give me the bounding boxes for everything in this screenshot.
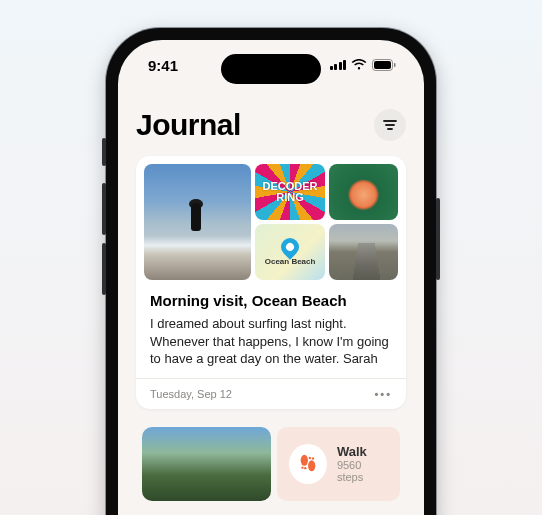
- svg-point-4: [308, 460, 315, 471]
- entry-photo-shell[interactable]: [329, 164, 398, 220]
- svg-point-3: [301, 454, 308, 465]
- svg-point-8: [312, 457, 314, 459]
- entry-text: I dreamed about surfing last night. When…: [150, 315, 392, 368]
- podcast-title: DECODER RING: [255, 181, 324, 203]
- entry-media-collage: DECODER RING Ocean Beach: [136, 156, 406, 280]
- activity-detail: 9560 steps: [337, 459, 388, 483]
- activity-text: Walk 9560 steps: [337, 444, 388, 483]
- page-title: Journal: [136, 108, 241, 142]
- entry-photo[interactable]: [142, 427, 271, 501]
- svg-rect-2: [394, 63, 396, 67]
- entry-body: Morning visit, Ocean Beach I dreamed abo…: [136, 280, 406, 378]
- entry-podcast-tile[interactable]: DECODER RING: [255, 164, 324, 220]
- journal-entry-card[interactable]: DECODER RING Ocean Beach Morning visit, …: [136, 156, 406, 409]
- filter-button[interactable]: [374, 109, 406, 141]
- entry-activity-tile[interactable]: Walk 9560 steps: [277, 427, 400, 501]
- filter-icon: [382, 117, 398, 133]
- svg-point-5: [301, 466, 303, 468]
- side-button: [102, 138, 106, 166]
- entry-photo-main[interactable]: [144, 164, 251, 280]
- cellular-icon: [330, 60, 347, 70]
- walk-icon: [289, 444, 327, 484]
- status-indicators: [330, 59, 397, 71]
- journal-entry-card[interactable]: Walk 9560 steps: [136, 421, 406, 507]
- entry-location-tile[interactable]: Ocean Beach: [255, 224, 324, 280]
- battery-icon: [372, 59, 396, 71]
- svg-point-7: [309, 456, 311, 458]
- entry-photo-road[interactable]: [329, 224, 398, 280]
- status-time: 9:41: [148, 57, 178, 74]
- dynamic-island: [221, 54, 321, 84]
- entry-title: Morning visit, Ocean Beach: [150, 292, 392, 309]
- volume-down-button: [102, 243, 106, 295]
- header: Journal: [136, 108, 406, 142]
- svg-point-6: [304, 467, 306, 469]
- phone-frame: 9:41 Journal DECODE: [106, 28, 436, 515]
- volume-up-button: [102, 183, 106, 235]
- map-pin-icon: [277, 234, 302, 259]
- entry-footer: Tuesday, Sep 12 •••: [136, 378, 406, 409]
- activity-name: Walk: [337, 444, 388, 459]
- screen: 9:41 Journal DECODE: [118, 40, 424, 515]
- entry-date: Tuesday, Sep 12: [150, 388, 232, 400]
- wifi-icon: [351, 59, 367, 71]
- entry-more-button[interactable]: •••: [374, 388, 392, 400]
- power-button: [436, 198, 440, 280]
- svg-rect-1: [374, 61, 391, 69]
